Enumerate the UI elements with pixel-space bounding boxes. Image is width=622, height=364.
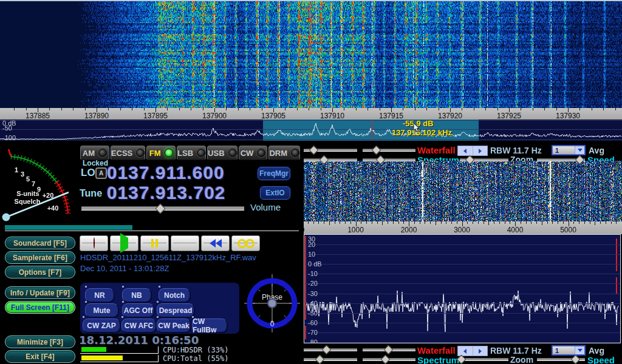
rf-waterfall-display[interactable] [0, 1, 622, 108]
waterfall-contrast-slider-top[interactable] [363, 147, 415, 152]
menu-button-options[interactable]: Options [F7] [5, 266, 75, 278]
rewind-icon [210, 239, 222, 248]
svg-text:3: 3 [21, 170, 24, 178]
level-bar[interactable] [5, 225, 132, 230]
menu-button-exit[interactable]: Exit [F4] [5, 350, 75, 363]
cursor-db-value: -55.9 dB [392, 120, 452, 128]
rbw-decrease-icon[interactable] [458, 146, 473, 155]
mode-button-row: AMECSSFMLSBUSBCWDRM [80, 146, 300, 159]
avg-combobox-top[interactable]: 1 [552, 145, 586, 155]
pause-button[interactable] [140, 235, 169, 251]
dsp-button-despread[interactable]: Despread [157, 303, 194, 317]
lo-auto-button[interactable]: A [95, 167, 107, 179]
mode-button-am[interactable]: AM [80, 146, 109, 160]
ruler-tick [167, 108, 168, 110]
volume-slider[interactable] [81, 204, 244, 212]
rbw-increase-icon[interactable] [473, 346, 488, 356]
speed-slider-bottom-thumb[interactable] [571, 355, 581, 364]
rf-frequency-ruler[interactable]: 1378851378901378951379001379051379101379… [0, 108, 622, 120]
menu-button-minimize[interactable]: Minimize [F3] [5, 335, 75, 348]
avg-combobox-bottom[interactable]: 1 [552, 345, 586, 356]
mode-button-usb[interactable]: USB [207, 146, 237, 160]
extio-button[interactable]: ExtIO [260, 186, 290, 200]
rf-spectrum-display[interactable]: 0 dB -50 -100 -55.9 dB 137.915.102 kHz [0, 120, 622, 141]
mode-led-icon [257, 149, 265, 157]
waterfall-brightness-slider-bottom[interactable] [304, 346, 357, 352]
play-button[interactable] [110, 235, 138, 251]
dsp-button-agc-off[interactable]: AGC Off [122, 303, 154, 317]
dsp-button-cw-afc[interactable]: CW AFC [121, 318, 156, 332]
record-button[interactable] [80, 235, 108, 251]
spectrum-brightness-slider-bottom-thumb[interactable] [315, 355, 325, 364]
lo-frequency-display[interactable]: 0137.911.600 [107, 163, 225, 183]
zoom-slider-top[interactable] [460, 157, 508, 162]
dsp-button-nb[interactable]: NB [122, 288, 151, 302]
spectrum-brightness-slider-bottom[interactable] [304, 356, 357, 362]
ruler-label: 137905 [261, 112, 285, 120]
s-units-label: S-units [16, 190, 39, 197]
ruler-label: 2000 [401, 226, 417, 234]
dsp-panel: NRNBNotchMuteAGC OffDespreadCW ZAPCW AFC… [80, 283, 239, 334]
mode-button-drm[interactable]: DRM [268, 146, 300, 160]
avg-dropdown-icon[interactable] [575, 346, 584, 354]
dsp-button-mute[interactable]: Mute [85, 303, 118, 317]
dsp-button-notch[interactable]: Notch [159, 288, 190, 302]
zoom-slider-bottom[interactable] [460, 356, 508, 362]
phase-value: 0 [270, 320, 275, 328]
rbw-spinner-bottom[interactable] [457, 346, 488, 356]
speed-slider-bottom[interactable] [537, 356, 585, 362]
ruler-tick [203, 108, 203, 110]
freqmgr-button[interactable]: FreqMgr [258, 167, 290, 180]
audio-frequency-ruler[interactable]: 010002000300040005000 [304, 221, 622, 234]
ruler-tick [590, 221, 590, 224]
rewind-button[interactable] [201, 235, 230, 251]
rbw-spinner-top[interactable] [457, 146, 488, 156]
spectrum-contrast-slider-top[interactable] [363, 157, 415, 162]
ruler-tick [457, 221, 457, 224]
ruler-label: 137890 [84, 112, 109, 120]
mode-button-cw[interactable]: CW [239, 146, 268, 160]
ruler-tick [533, 108, 533, 110]
menu-button-info[interactable]: Info / Update [F9] [5, 286, 75, 299]
waterfall-contrast-slider-top-thumb[interactable] [371, 146, 381, 155]
cpu-total-label: CPU:Total (55%) [163, 354, 228, 363]
mode-label: CW [241, 149, 254, 158]
avg-dropdown-icon[interactable] [575, 146, 584, 154]
stop-button[interactable] [171, 235, 199, 251]
loop-button[interactable] [231, 235, 260, 251]
phase-center-dot[interactable] [268, 299, 276, 308]
volume-slider-thumb[interactable] [156, 204, 166, 214]
dsp-button-nr[interactable]: NR [85, 288, 114, 302]
mode-button-lsb[interactable]: LSB [177, 146, 206, 160]
audio-spectrum-display[interactable]: 3020100 dB-10-20-30-40-50-60-70-80 [304, 234, 621, 343]
menu-button-full[interactable]: Full Screen [F11] [5, 301, 75, 314]
tune-frequency-display[interactable]: 0137.913.702 [107, 183, 226, 203]
mode-button-ecss[interactable]: ECSS [111, 146, 145, 160]
waterfall-contrast-slider-bottom-thumb[interactable] [383, 345, 393, 355]
menu-button-samplerate[interactable]: Samplerate [F6] [5, 251, 75, 264]
menu-button-label: Samplerate [F6] [13, 254, 67, 262]
waterfall-brightness-slider-top[interactable] [304, 147, 357, 152]
ruler-tick [377, 221, 378, 224]
audio-waterfall-display[interactable] [304, 161, 622, 221]
dsp-button-label: Despread [159, 306, 193, 315]
s-meter: 1 3 5 7 9 +20 +40 S-units Squelch [1, 146, 78, 222]
ruler-tick [563, 221, 564, 224]
dsp-button-label: CW AFC [125, 322, 154, 330]
mode-button-fm[interactable]: FM [146, 146, 176, 160]
ruler-tick [478, 221, 479, 224]
menu-button-soundcard[interactable]: Soundcard [F5] [5, 237, 75, 249]
spectrum-contrast-slider-bottom-thumb[interactable] [380, 355, 390, 364]
rbw-decrease-icon[interactable] [458, 346, 473, 356]
waterfall-contrast-slider-bottom[interactable] [363, 346, 415, 352]
dsp-button-cw-zap[interactable]: CW ZAP [83, 318, 120, 332]
spectrum-contrast-slider-bottom[interactable] [363, 356, 415, 362]
spectrum-brightness-slider-top[interactable] [304, 157, 357, 162]
waterfall-brightness-slider-bottom-thumb[interactable] [322, 345, 332, 355]
avg-label-bottom: Avg [589, 346, 604, 356]
rbw-increase-icon[interactable] [473, 146, 488, 155]
dsp-button-cw-peak[interactable]: CW Peak [157, 318, 191, 332]
speed-slider-top[interactable] [537, 157, 585, 162]
waterfall-brightness-slider-top-thumb[interactable] [309, 146, 319, 155]
dsp-button-cw-fullbw[interactable]: CW FullBw [192, 318, 227, 332]
